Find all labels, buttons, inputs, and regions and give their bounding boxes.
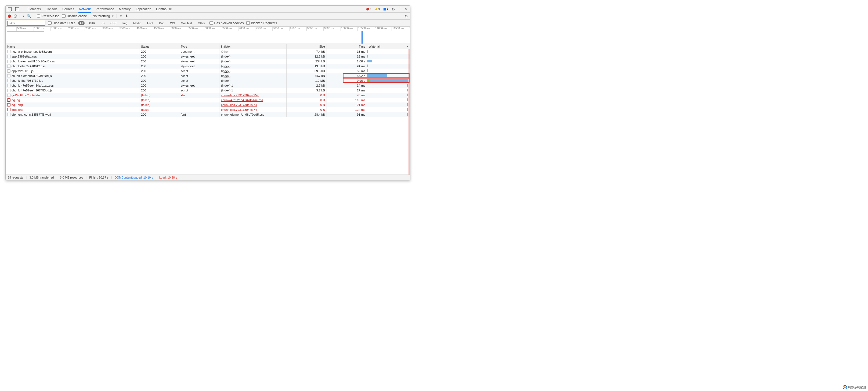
table-row[interactable]: logo.png(failed)chunk-libs.79317304.js:7…: [6, 107, 410, 112]
filter-js[interactable]: JS: [99, 21, 106, 25]
request-initiator[interactable]: (index): [219, 59, 286, 64]
col-name[interactable]: Name: [6, 44, 140, 49]
file-icon: [7, 89, 10, 92]
more-icon[interactable]: ⋮: [398, 7, 402, 11]
download-har-icon[interactable]: ⬇: [125, 14, 128, 18]
filter-all[interactable]: All: [78, 21, 85, 25]
inspect-icon[interactable]: [8, 7, 11, 11]
info-badge[interactable]: 4: [383, 7, 389, 11]
filter-input[interactable]: [7, 21, 45, 26]
request-type: script: [179, 74, 219, 78]
request-initiator[interactable]: (index): [219, 78, 286, 83]
upload-har-icon[interactable]: ⬆: [120, 14, 122, 18]
timeline-overview[interactable]: 500 ms1000 ms1500 ms2000 ms2500 ms3000 m…: [6, 27, 410, 44]
tab-network[interactable]: Network: [79, 6, 91, 12]
request-initiator[interactable]: chunk-libs.79317304.js:74: [219, 107, 286, 112]
table-row[interactable]: nezha-chinacom.pujie88.com200documentOth…: [6, 49, 410, 54]
request-status: 200: [140, 64, 179, 68]
close-icon[interactable]: ✕: [405, 7, 408, 11]
request-time: 15 ms: [327, 54, 367, 59]
timeline-tick: 7000 ms: [238, 27, 249, 31]
col-time[interactable]: Time: [327, 44, 367, 49]
record-button[interactable]: [8, 15, 11, 18]
col-waterfall[interactable]: Waterfall: [367, 44, 410, 49]
timeline-tick: 3000 ms: [102, 27, 113, 31]
timeline-tick: 6000 ms: [204, 27, 215, 31]
col-type[interactable]: Type: [179, 44, 219, 49]
blocked-requests-checkbox[interactable]: Blocked Requests: [246, 21, 277, 25]
request-name: logo.png: [11, 108, 23, 111]
tab-memory[interactable]: Memory: [118, 6, 131, 12]
request-initiator[interactable]: (index): [219, 54, 286, 59]
table-row[interactable]: app.9389e8ad.css200stylesheet(index)12.1…: [6, 54, 410, 59]
request-initiator[interactable]: Other: [219, 49, 286, 54]
request-waterfall: [367, 107, 410, 112]
request-type: stylesheet: [179, 83, 219, 88]
tab-elements[interactable]: Elements: [27, 6, 41, 12]
table-row[interactable]: chunk-47e52ee4.34afb1ac.css200stylesheet…: [6, 83, 410, 88]
request-waterfall: [367, 88, 410, 93]
table-row[interactable]: getMqttInfo?hotelId=(failed)xhrchunk-lib…: [6, 93, 410, 97]
request-initiator[interactable]: (index): [219, 68, 286, 74]
errors-badge[interactable]: 7: [366, 7, 372, 11]
request-size: 7.4 kB: [286, 49, 327, 54]
tab-performance[interactable]: Performance: [95, 6, 115, 12]
filter-font[interactable]: Font: [146, 21, 155, 25]
disable-cache-checkbox[interactable]: Disable cache: [62, 14, 87, 18]
preserve-log-checkbox[interactable]: Preserve log: [37, 14, 59, 18]
settings-icon[interactable]: ⚙: [392, 7, 395, 11]
request-type: [179, 103, 219, 107]
table-row[interactable]: chunk-47e52ee4.967453bd.js200script(inde…: [6, 88, 410, 93]
filter-toggle-icon[interactable]: ▾: [23, 14, 24, 18]
request-time: 15 ms: [327, 49, 367, 54]
table-row[interactable]: element-icons.535877f5.woff200fontchunk-…: [6, 112, 410, 117]
timeline-bar: [7, 31, 44, 32]
col-initiator[interactable]: Initiator: [219, 44, 286, 49]
filter-ws[interactable]: WS: [169, 21, 177, 25]
filter-media[interactable]: Media: [132, 21, 143, 25]
table-row[interactable]: chunk-libs.79317304.js200script(index)1.…: [6, 78, 410, 83]
filter-doc[interactable]: Doc: [157, 21, 166, 25]
network-settings-icon[interactable]: ⚙: [404, 14, 408, 18]
request-initiator[interactable]: (index):1: [219, 83, 286, 88]
table-row[interactable]: chunk-libs.2e418612.css200stylesheet(ind…: [6, 64, 410, 68]
filter-xhr[interactable]: XHR: [87, 21, 97, 25]
col-status[interactable]: Status: [140, 44, 179, 49]
request-initiator[interactable]: chunk-elementUI.68c70ad5.css: [219, 112, 286, 117]
request-initiator[interactable]: chunk-47e52ee4.34afb1ac.css: [219, 97, 286, 103]
divider: [90, 14, 90, 18]
request-initiator[interactable]: chunk-libs.79317304.js:257: [219, 93, 286, 97]
col-size[interactable]: Size: [286, 44, 327, 49]
request-status: 200: [140, 74, 179, 78]
logo-icon: [843, 385, 847, 389]
blocked-cookies-checkbox[interactable]: Has blocked cookies: [210, 21, 244, 25]
tab-lighthouse[interactable]: Lighthouse: [155, 6, 173, 12]
tab-console[interactable]: Console: [45, 6, 58, 12]
tab-application[interactable]: Application: [135, 6, 152, 12]
request-initiator[interactable]: (index): [219, 74, 286, 78]
filter-other[interactable]: Other: [196, 21, 207, 25]
hide-data-urls-checkbox[interactable]: Hide data URLs: [48, 21, 75, 25]
table-row[interactable]: bg1.png(failed)chunk-libs.79317304.js:74…: [6, 103, 410, 107]
tab-sources[interactable]: Sources: [62, 6, 75, 12]
request-initiator[interactable]: chunk-libs.79317304.js:74: [219, 103, 286, 107]
request-name: app.fb2b5019.js: [11, 69, 34, 73]
request-size: 2.7 kB: [286, 83, 327, 88]
filter-css[interactable]: CSS: [109, 21, 118, 25]
search-icon[interactable]: 🔍: [27, 14, 31, 18]
request-initiator[interactable]: (index):1: [219, 88, 286, 93]
table-row[interactable]: app.fb2b5019.js200script(index)69.5 kB52…: [6, 68, 410, 74]
table-row[interactable]: bg.jpg(failed)chunk-47e52ee4.34afb1ac.cs…: [6, 97, 410, 103]
throttling-dropdown[interactable]: No throttling▼: [93, 14, 114, 18]
filter-manifest[interactable]: Manifest: [179, 21, 194, 25]
device-toggle-icon[interactable]: [15, 7, 19, 11]
warnings-badge[interactable]: 3: [374, 7, 380, 11]
table-row[interactable]: chunk-elementUI.68c70ad5.css200styleshee…: [6, 59, 410, 64]
filter-img[interactable]: Img: [121, 21, 129, 25]
request-name: chunk-47e52ee4.967453bd.js: [11, 89, 52, 92]
clear-button[interactable]: [14, 15, 17, 18]
request-status: 200: [140, 49, 179, 54]
request-waterfall: [367, 59, 410, 64]
table-row[interactable]: chunk-elementUI.593f16ed.js200script(ind…: [6, 74, 410, 78]
request-initiator[interactable]: (index): [219, 64, 286, 68]
